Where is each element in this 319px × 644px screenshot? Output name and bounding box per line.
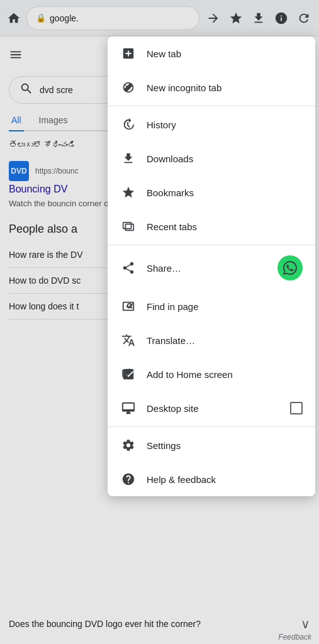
translate-label: Translate…	[147, 335, 303, 346]
menu-item-recent-tabs[interactable]: Recent tabs	[108, 209, 315, 243]
menu-item-new-incognito-tab[interactable]: New incognito tab	[108, 70, 315, 104]
new-tab-label: New tab	[147, 48, 303, 59]
menu-item-downloads[interactable]: Downloads	[108, 142, 315, 175]
divider-3	[108, 426, 315, 427]
bookmarks-icon	[120, 184, 137, 201]
svg-point-0	[126, 86, 127, 87]
svg-rect-3	[125, 224, 133, 230]
desktop-site-icon	[120, 400, 137, 416]
svg-point-1	[130, 86, 131, 87]
menu-item-settings[interactable]: Settings	[108, 428, 315, 462]
incognito-icon	[120, 79, 137, 96]
menu-item-bookmarks[interactable]: Bookmarks	[108, 175, 315, 209]
add-home-screen-label: Add to Home screen	[147, 369, 303, 380]
menu-item-help-feedback[interactable]: Help & feedback	[108, 462, 315, 496]
recent-tabs-icon	[120, 218, 137, 235]
recent-tabs-label: Recent tabs	[147, 221, 303, 232]
menu-item-new-tab[interactable]: New tab	[108, 36, 315, 70]
new-tab-icon	[120, 45, 137, 62]
history-label: History	[147, 119, 303, 130]
dropdown-menu: New tab New incognito tab History	[108, 36, 315, 496]
find-in-page-icon	[120, 298, 137, 314]
history-icon	[120, 116, 137, 133]
menu-item-history[interactable]: History	[108, 108, 315, 142]
settings-label: Settings	[147, 440, 303, 451]
divider-2	[108, 245, 315, 245]
find-in-page-label: Find in page	[147, 301, 303, 312]
bookmarks-label: Bookmarks	[147, 187, 303, 198]
downloads-label: Downloads	[147, 153, 303, 164]
menu-item-desktop-site[interactable]: Desktop site	[108, 391, 315, 425]
add-home-screen-icon	[120, 366, 137, 382]
svg-rect-2	[123, 223, 132, 229]
settings-icon	[120, 437, 137, 453]
share-label: Share…	[147, 263, 267, 274]
help-icon	[120, 471, 137, 487]
menu-item-share[interactable]: Share…	[108, 247, 315, 289]
desktop-site-checkbox[interactable]	[290, 402, 303, 414]
divider-1	[108, 106, 315, 106]
translate-icon	[120, 332, 137, 348]
help-feedback-label: Help & feedback	[147, 474, 303, 485]
downloads-icon	[120, 150, 137, 167]
menu-item-find-in-page[interactable]: Find in page	[108, 289, 315, 323]
desktop-site-label: Desktop site	[147, 403, 280, 414]
new-incognito-tab-label: New incognito tab	[147, 82, 303, 93]
menu-item-add-home-screen[interactable]: Add to Home screen	[108, 357, 315, 391]
share-icon	[120, 260, 137, 276]
whatsapp-badge	[277, 255, 303, 280]
menu-item-translate[interactable]: Translate…	[108, 323, 315, 357]
